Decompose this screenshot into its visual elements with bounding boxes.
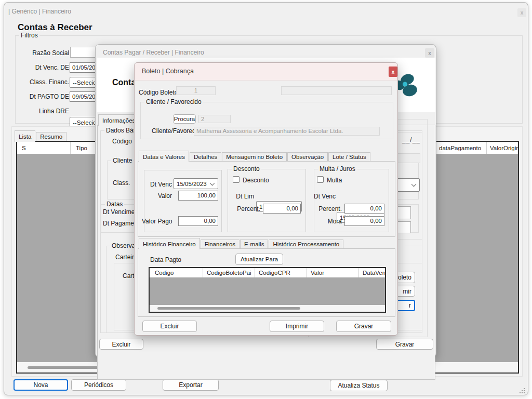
desconto-legend: Desconto <box>232 166 261 172</box>
tab-financeiros[interactable]: Financeiros <box>201 240 240 249</box>
desconto-percent-input[interactable]: 0,00 <box>263 204 301 214</box>
column-separator <box>307 268 307 277</box>
dt-venc-de-label: Dt Venc. DE <box>11 64 69 71</box>
child-window-title: Contas Pagar / Receber | Financeiro <box>103 49 204 56</box>
horizontal-scrollbar[interactable] <box>157 307 300 310</box>
valor-label: Valor <box>150 193 172 200</box>
column-header-tipo[interactable]: Tipo <box>76 145 87 151</box>
column-header-codigoboletopai[interactable]: CodigoBoletoPai <box>207 270 251 276</box>
datas-legend: Datas <box>105 201 124 208</box>
dt-pagto-de-label: Dt PAGTO DE <box>11 94 69 100</box>
child-excluir-button[interactable]: Excluir <box>99 339 143 350</box>
column-separator <box>203 268 203 277</box>
tab-observacao[interactable]: Observação <box>287 152 328 162</box>
nova-button[interactable]: Nova <box>14 379 68 391</box>
tab-historico-processamento[interactable]: Histórico Processamento <box>269 240 343 249</box>
multa-checkbox[interactable] <box>317 176 324 183</box>
column-header-codigocpr[interactable]: CodigoCPR <box>259 270 290 276</box>
multa-percent-input[interactable]: 0,00 <box>344 204 384 214</box>
valor-pago-label: Valor Pago <box>142 218 172 225</box>
razao-social-label: Razão Social <box>11 50 69 57</box>
column-header-valororiginal[interactable]: ValorOriginal <box>490 145 518 151</box>
mora-input[interactable]: 0,00 <box>344 216 384 226</box>
cliente-codigo-field: 2 <box>198 115 231 123</box>
dialog-close-button[interactable]: x <box>389 66 397 77</box>
codigo-boleto-field: 1 <box>176 86 216 95</box>
dialog-title: Boleto | Cobrança <box>142 68 194 75</box>
desconto-checkbox[interactable] <box>233 176 240 183</box>
exportar-button[interactable]: Exportar <box>163 379 219 391</box>
tab-emails[interactable]: E-mails <box>240 240 268 249</box>
chevron-down-icon <box>411 182 417 187</box>
column-separator <box>358 268 359 277</box>
tab-lista[interactable]: Lista <box>15 130 35 142</box>
cliente-legend: Cliente <box>111 157 134 164</box>
column-header-datavenc[interactable]: DataVenc <box>363 270 385 276</box>
dt-venc-value: 15/05/2023 <box>177 181 207 187</box>
cliente-favorecido-field: Mathema Assessoria e Acompanhamento Esco… <box>194 127 380 136</box>
desconto-checkbox-label: Desconto <box>243 177 269 184</box>
codigo-label: Código <box>112 138 132 145</box>
column-header-valor[interactable]: Valor <box>311 270 324 276</box>
historico-grid-body <box>150 277 385 305</box>
mora-label: Mora <box>314 218 342 225</box>
main-close-button[interactable]: x <box>517 8 526 17</box>
tab-datas-e-valores[interactable]: Datas e Valores <box>139 151 189 162</box>
column-separator <box>70 142 71 154</box>
historico-grid: Codigo CodigoBoletoPai CodigoCPR Valor D… <box>149 267 386 313</box>
dialog-gravar-button[interactable]: Gravar <box>336 321 391 332</box>
tab-detalhes[interactable]: Detalhes <box>190 152 221 162</box>
historico-grid-header: Codigo CodigoBoletoPai CodigoCPR Valor D… <box>150 268 385 278</box>
desconto-percent-label: Percent. <box>233 206 260 212</box>
tab-mensagem-no-boleto[interactable]: Mensagem no Boleto <box>222 152 287 162</box>
codigo-boleto-label: Código Boleto <box>139 89 178 96</box>
class-label: Class. <box>113 180 130 187</box>
child-close-button[interactable]: x <box>425 48 434 58</box>
multa-percent-label: Percent. <box>314 206 342 212</box>
multa-juros-legend: Multa / Juros <box>318 166 357 172</box>
column-separator <box>486 142 487 154</box>
atualizar-para-button[interactable]: Atualizar Para <box>235 254 283 265</box>
tab-informacoes[interactable]: Informações <box>98 114 139 126</box>
page-title: Contas à Receber <box>18 22 92 33</box>
tab-resumo[interactable]: Resumo <box>36 132 66 141</box>
valor-pago-input[interactable]: 0,00 <box>178 216 218 226</box>
boleto-cobranca-dialog: Boleto | Cobrança x Código Boleto 1 Clie… <box>134 62 398 336</box>
column-separator <box>255 268 255 277</box>
resize-grip[interactable] <box>520 388 521 389</box>
dt-venc-label: Dt Venc <box>145 181 172 188</box>
valor-input[interactable]: 100,00 <box>178 191 218 201</box>
column-header-codigo[interactable]: Codigo <box>155 270 174 276</box>
child-gravar-button[interactable]: Gravar <box>376 339 433 350</box>
boleto-extra-field <box>281 86 392 95</box>
filters-legend: Filtros <box>19 32 39 39</box>
chevron-down-icon <box>210 180 215 185</box>
dialog-excluir-button[interactable]: Excluir <box>142 321 197 332</box>
linha-dre-label: Linha DRE <box>11 108 69 115</box>
dialog-imprimir-button[interactable]: Imprimir <box>270 321 324 332</box>
column-header-datapagamento[interactable]: dataPagamento <box>439 145 481 151</box>
cliente-favorecido-legend: Cliente / Favorecido <box>144 99 203 105</box>
column-header-s[interactable]: S <box>22 145 26 151</box>
procura-button[interactable]: Procura <box>173 114 196 124</box>
dt-venc-select[interactable]: 15/05/2023 <box>174 178 218 189</box>
dt-lim-label: Dt Lim <box>233 193 254 200</box>
data-pagto-label: Data Pagto <box>150 257 181 263</box>
multa-checkbox-label: Multa <box>327 177 342 184</box>
tab-historico-financeiro[interactable]: Histórico Financeiro <box>139 238 200 249</box>
historico-grid-scroll-track[interactable] <box>150 305 385 312</box>
class-financ-label: Class. Financ. <box>11 79 69 86</box>
multa-dt-venc-label: Dt Venc <box>314 193 335 200</box>
periodicos-button[interactable]: Periódicos <box>71 379 126 391</box>
atualiza-status-button[interactable]: Atualiza Status <box>330 380 388 391</box>
main-window-title: | Genérico | Financeiro <box>8 8 71 15</box>
tab-lote-status[interactable]: Lote / Status <box>328 152 370 162</box>
